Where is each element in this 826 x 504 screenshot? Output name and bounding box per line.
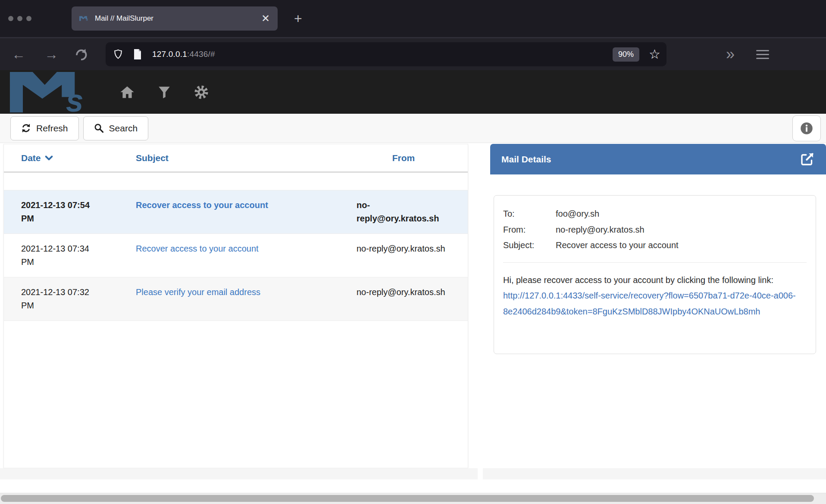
info-icon — [800, 122, 813, 135]
bookmark-star-icon[interactable]: ☆ — [649, 48, 660, 61]
browser-toolbar: ← → 127.0.0.1:4436/# 90% ☆ » — [0, 37, 826, 70]
browser-tab[interactable]: s Mail // MailSlurper ✕ — [72, 6, 278, 31]
column-header-subject[interactable]: Subject — [136, 153, 357, 163]
horizontal-scrollbar[interactable] — [0, 493, 826, 504]
search-button[interactable]: Search — [83, 116, 149, 140]
mail-details-panel: Mail Details To: foo@ory.sh From: no-rep… — [490, 144, 826, 468]
refresh-icon — [21, 123, 31, 133]
subject-value: Recover access to your account — [556, 237, 807, 253]
details-divider — [503, 262, 807, 263]
mail-details-header: Mail Details — [490, 144, 826, 174]
from-value: no-reply@ory.kratos.sh — [556, 222, 807, 238]
meta-row-from: From: no-reply@ory.kratos.sh — [503, 222, 807, 238]
recovery-link[interactable]: http://127.0.0.1:4433/self-service/recov… — [503, 291, 796, 316]
mail-list-panel: Date Subject From 2021-12-13 07:54 PM Re… — [3, 144, 468, 468]
forward-icon[interactable]: → — [42, 47, 61, 61]
open-external-icon[interactable] — [799, 152, 815, 167]
subject-label: Subject: — [503, 237, 556, 253]
menu-icon[interactable] — [756, 50, 769, 59]
panel-footer — [0, 468, 826, 479]
mail-list-header: Date Subject From — [4, 144, 468, 173]
shield-icon[interactable] — [113, 49, 124, 60]
column-header-from[interactable]: From — [357, 153, 468, 163]
home-icon[interactable] — [120, 85, 135, 100]
action-toolbar: Refresh Search — [0, 114, 826, 143]
column-header-date[interactable]: Date — [21, 153, 136, 163]
back-icon[interactable]: ← — [9, 47, 28, 61]
subject-header-label: Subject — [136, 153, 169, 163]
mail-date: 2021-12-13 07:34 PM — [21, 242, 98, 269]
mail-body: Hi, please recover access to your accoun… — [503, 272, 807, 320]
mail-row[interactable]: 2021-12-13 07:34 PM Recover access to yo… — [4, 233, 468, 277]
new-tab-button[interactable]: + — [294, 12, 302, 25]
url-path: :4436/# — [187, 50, 215, 59]
window-minimize-dot[interactable] — [17, 16, 22, 21]
mailslurper-navbar: s — [0, 70, 826, 114]
mail-row-selected[interactable]: 2021-12-13 07:54 PM Recover access to yo… — [4, 190, 468, 233]
details-footer — [483, 468, 826, 479]
to-value: foo@ory.sh — [556, 206, 807, 222]
mailslurper-favicon-icon: s — [79, 16, 90, 21]
url-host: 127.0.0.1 — [152, 50, 187, 59]
mail-details-title: Mail Details — [501, 154, 551, 165]
mail-from: no-reply@ory.kratos.sh — [357, 199, 448, 225]
mail-subject-link[interactable]: Please verify your email address — [136, 287, 260, 297]
sort-descending-icon — [45, 155, 53, 161]
zoom-level-badge[interactable]: 90% — [613, 47, 639, 62]
mail-body-text: Hi, please recover access to your accoun… — [503, 275, 773, 285]
refresh-button[interactable]: Refresh — [10, 116, 79, 140]
list-spacer — [4, 173, 468, 190]
page-info-icon[interactable] — [132, 49, 143, 60]
url-text[interactable]: 127.0.0.1:4436/# — [152, 50, 215, 59]
mail-row[interactable]: 2021-12-13 07:32 PM Please verify your e… — [4, 277, 468, 321]
bottom-margin — [0, 479, 826, 493]
to-label: To: — [503, 206, 556, 222]
filter-icon[interactable] — [157, 85, 172, 100]
search-icon — [94, 123, 104, 133]
window-maximize-dot[interactable] — [26, 16, 31, 21]
reload-icon[interactable] — [74, 47, 88, 62]
window-close-dot[interactable] — [8, 16, 13, 21]
from-header-label: From — [392, 153, 415, 163]
mailslurper-logo[interactable]: s — [9, 72, 97, 112]
mail-subject-link[interactable]: Recover access to your account — [136, 200, 268, 210]
mail-from: no-reply@ory.kratos.sh — [357, 242, 448, 269]
tab-title: Mail // MailSlurper — [95, 14, 153, 23]
svg-text:s: s — [66, 83, 84, 112]
tab-close-icon[interactable]: ✕ — [261, 13, 270, 24]
mail-from: no-reply@ory.kratos.sh — [357, 286, 448, 312]
refresh-button-label: Refresh — [36, 123, 68, 134]
window-controls[interactable] — [8, 16, 31, 21]
mail-details-card: To: foo@ory.sh From: no-reply@ory.kratos… — [494, 195, 816, 354]
svg-text:s: s — [86, 17, 88, 21]
browser-window: s Mail // MailSlurper ✕ + ← → 127.0.0.1:… — [0, 0, 826, 504]
mail-date: 2021-12-13 07:32 PM — [21, 286, 98, 312]
gear-icon[interactable] — [194, 85, 209, 100]
main-content: Date Subject From 2021-12-13 07:54 PM Re… — [0, 143, 826, 468]
scrollbar-thumb[interactable] — [1, 495, 814, 502]
from-label: From: — [503, 222, 556, 238]
browser-tab-bar: s Mail // MailSlurper ✕ + — [0, 0, 826, 37]
date-header-label: Date — [21, 153, 41, 163]
meta-row-subject: Subject: Recover access to your account — [503, 237, 807, 253]
mail-subject-link[interactable]: Recover access to your account — [136, 244, 259, 253]
footer-gap — [478, 468, 483, 479]
meta-row-to: To: foo@ory.sh — [503, 206, 807, 222]
info-button[interactable] — [792, 115, 821, 141]
mail-date: 2021-12-13 07:54 PM — [21, 199, 98, 225]
list-footer — [0, 468, 478, 479]
url-bar[interactable]: 127.0.0.1:4436/# 90% ☆ — [106, 42, 666, 66]
extensions-overflow-icon[interactable]: » — [726, 47, 734, 62]
search-button-label: Search — [109, 123, 138, 134]
